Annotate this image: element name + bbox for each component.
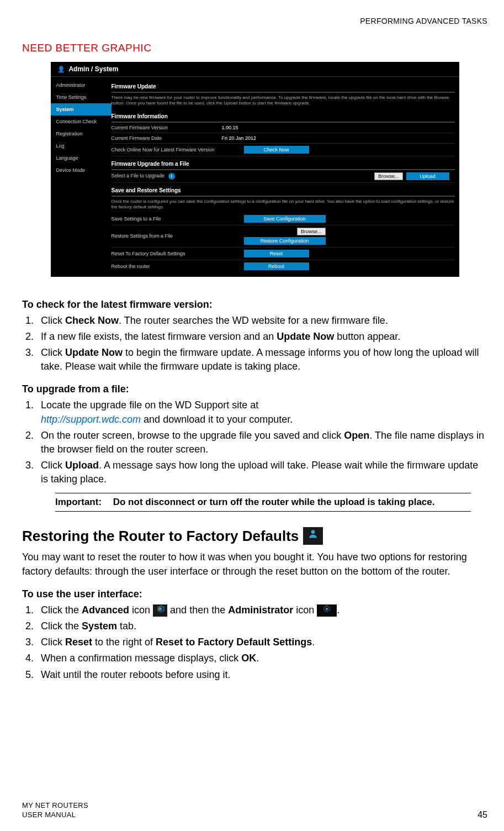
sidebar-item-administrator[interactable]: Administrator	[51, 79, 112, 91]
svg-point-0	[311, 530, 315, 534]
svg-point-2	[326, 608, 328, 610]
important-note: Important: Do not disconnect or turn off…	[55, 493, 471, 512]
save-restore-desc: Once the router is configured you can sa…	[112, 197, 455, 213]
reboot-button[interactable]: Reboot	[244, 262, 309, 270]
sidebar-item-device-mode[interactable]: Device Mode	[51, 164, 112, 176]
step-4: When a confirmation message displays, cl…	[36, 651, 487, 665]
heading-upgrade-from-file: To upgrade from a file:	[22, 383, 487, 395]
sidebar-item-language[interactable]: Language	[51, 152, 112, 164]
page-number: 45	[478, 810, 487, 820]
fw-date-label: Current Firmware Date	[112, 135, 222, 141]
fw-version-value: 1.00.15	[222, 125, 238, 130]
step-2: On the router screen, browse to the upgr…	[36, 429, 487, 456]
step-2: If a new file exists, the latest firmwar…	[36, 330, 487, 344]
restoring-paragraph: You may want to reset the router to how …	[22, 550, 487, 578]
save-settings-label: Save Settings to a File	[112, 216, 222, 222]
fw-date-value: Fri 20 Jan 2012	[222, 135, 257, 141]
reset-factory-label: Reset To Factory Default Settings	[112, 251, 222, 256]
sidebar-item-registration[interactable]: Registration	[51, 128, 112, 140]
restore-settings-label: Restore Settings from a File	[112, 233, 222, 239]
save-config-button[interactable]: Save Configuration	[244, 215, 326, 223]
sidebar-item-time-settings[interactable]: Time Settings	[51, 91, 112, 103]
steps-use-ui: Click the Advanced icon and then the Adm…	[22, 603, 487, 682]
footer-title: MY NET ROUTERS USER MANUAL	[22, 801, 88, 820]
admin-user-icon	[303, 527, 323, 545]
support-link[interactable]: http://support.wdc.com	[41, 414, 141, 425]
step-1: Click Check Now. The router searches the…	[36, 314, 487, 328]
step-3: Click Reset to the right of Reset to Fac…	[36, 635, 487, 649]
step-1: Click the Advanced icon and then the Adm…	[36, 603, 487, 617]
step-5: Wait until the router reboots before usi…	[36, 668, 487, 682]
sidebar-item-connection-check[interactable]: Connection Check	[51, 115, 112, 128]
step-1: Locate the upgrade file on the WD Suppor…	[36, 398, 487, 426]
page-footer: MY NET ROUTERS USER MANUAL 45	[22, 801, 487, 820]
upload-button[interactable]: Upload	[406, 172, 449, 180]
reboot-label: Reboot the router	[112, 264, 222, 269]
firmware-update-title: Firmware Update	[112, 81, 455, 93]
step-2: Click the System tab.	[36, 619, 487, 633]
firmware-upgrade-title: Firmware Upgrade from a File	[112, 159, 455, 170]
check-online-label: Check Online Now for Latest Firmware Ver…	[112, 147, 244, 152]
screenshot-main: Firmware Update There may be new firmwar…	[112, 77, 459, 277]
save-restore-title: Save and Restore Settings	[112, 185, 455, 197]
select-file-label: Select a File to Upgrade i	[112, 173, 222, 180]
firmware-info-title: Firmware Information	[112, 111, 455, 123]
step-3: Click Upload. A message says how long th…	[36, 459, 487, 486]
heading-check-latest-firmware: To check for the latest firmware version…	[22, 299, 487, 311]
annotation-need-better-graphic: NEED BETTER GRAPHIC	[22, 42, 487, 54]
browse-button[interactable]: Browse...	[374, 172, 403, 180]
fw-version-label: Current Firmware Version	[112, 125, 222, 130]
svg-point-1	[159, 608, 161, 610]
steps-upgrade-file: Locate the upgrade file on the WD Suppor…	[22, 398, 487, 486]
advanced-gear-icon	[153, 604, 167, 617]
breadcrumb-text: Admin / System	[68, 65, 118, 73]
step-3: Click Update Now to begin the firmware u…	[36, 346, 487, 374]
screenshot-breadcrumb: 👤 Admin / System	[51, 62, 459, 77]
important-text: Do not disconnect or turn off the router…	[113, 497, 468, 508]
reset-button[interactable]: Reset	[244, 250, 309, 257]
important-label: Important:	[55, 497, 110, 508]
administrator-gear-icon	[317, 604, 337, 617]
running-header: PERFORMING ADVANCED TASKS	[22, 17, 487, 25]
firmware-update-desc: There may be new firmware for your route…	[112, 93, 455, 109]
info-icon: i	[168, 173, 175, 180]
user-icon: 👤	[57, 66, 65, 72]
restore-config-button[interactable]: Restore Configuration	[244, 237, 326, 245]
sidebar-item-system[interactable]: System	[51, 103, 112, 115]
heading-restoring-factory: Restoring the Router to Factory Defaults	[22, 527, 487, 545]
sidebar-item-log[interactable]: Log	[51, 140, 112, 152]
heading-use-ui: To use the user interface:	[22, 588, 487, 600]
steps-check-firmware: Click Check Now. The router searches the…	[22, 314, 487, 374]
screenshot-sidebar: Administrator Time Settings System Conne…	[51, 77, 112, 277]
router-admin-screenshot: 👤 Admin / System Administrator Time Sett…	[51, 62, 459, 277]
restore-browse-button[interactable]: Browse...	[297, 228, 326, 235]
check-now-button[interactable]: Check Now	[244, 146, 309, 154]
